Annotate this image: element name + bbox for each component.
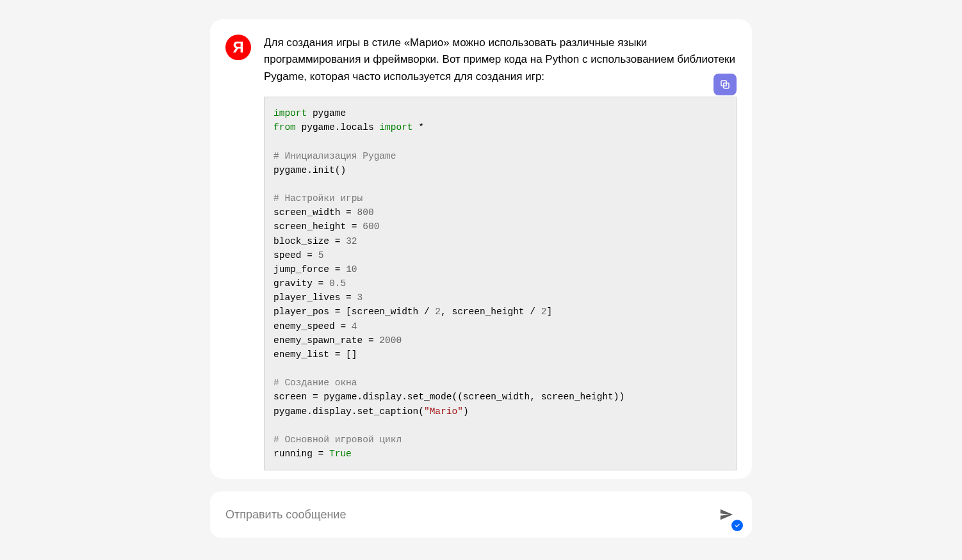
message-content: Для создания игры в стиле «Марио» можно … (264, 35, 737, 470)
message-input-placeholder: Отправить сообщение (225, 508, 346, 522)
assistant-message: Я Для создания игры в стиле «Марио» можн… (225, 35, 737, 470)
chat-container: Я Для создания игры в стиле «Марио» можн… (210, 19, 752, 479)
copy-code-button[interactable] (713, 74, 737, 95)
verified-badge (731, 520, 743, 531)
send-button[interactable] (716, 504, 737, 525)
copy-icon (719, 79, 731, 90)
message-intro-text: Для создания игры в стиле «Марио» можно … (264, 35, 737, 85)
send-icon (719, 508, 733, 522)
check-icon (734, 522, 740, 529)
avatar-letter: Я (232, 38, 243, 56)
code-block-wrapper: import pygame from pygame.locals import … (264, 97, 737, 470)
message-input-bar[interactable]: Отправить сообщение (210, 492, 752, 538)
assistant-avatar: Я (225, 35, 251, 60)
code-block: import pygame from pygame.locals import … (264, 97, 737, 470)
